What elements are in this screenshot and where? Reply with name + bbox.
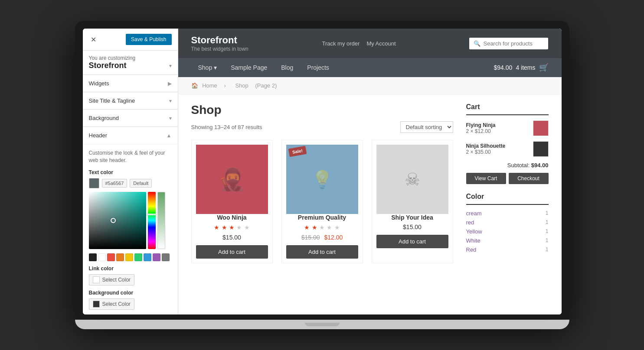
add-to-cart-ship[interactable]: Add to cart bbox=[376, 235, 448, 248]
main-content: Storefront The best widgets in town Trac… bbox=[178, 29, 562, 314]
color-filter-link-cream[interactable]: cream bbox=[466, 210, 482, 217]
color-filter-divider bbox=[466, 204, 549, 205]
laptop-notch bbox=[305, 323, 340, 326]
title-arrow-icon: ▾ bbox=[169, 63, 172, 69]
opacity-slider[interactable] bbox=[157, 192, 165, 249]
link-color-label: Link color bbox=[89, 266, 172, 272]
store-search: 🔍 bbox=[469, 38, 548, 49]
gradient-saturation bbox=[89, 192, 146, 249]
color-filter-link-red[interactable]: red bbox=[466, 219, 474, 226]
widgets-section-header[interactable]: Widgets ▶ bbox=[83, 75, 178, 92]
swatch-black[interactable] bbox=[89, 253, 97, 261]
shop-dropdown-icon: ▾ bbox=[214, 64, 217, 71]
product-price-woo-ninja: $15.00 bbox=[196, 234, 268, 241]
product-card-premium: Sale! 💡 Premium Quality ★ ★ ★ ★ bbox=[281, 140, 363, 263]
nav-link-projects[interactable]: Projects bbox=[300, 58, 336, 77]
store-nav: Shop ▾ Sample Page Blog Projects bbox=[178, 58, 562, 77]
shop-wrapper: Shop Showing 13–24 of 87 results Default… bbox=[178, 94, 562, 272]
cart-actions: View Cart Checkout bbox=[466, 173, 549, 184]
search-input[interactable] bbox=[483, 40, 544, 47]
customizer-header: ✕ Save & Publish bbox=[83, 29, 178, 51]
color-filter-count-Red: 1 bbox=[546, 246, 549, 253]
sort-select[interactable]: Default sorting bbox=[400, 121, 453, 133]
nav-link-sample[interactable]: Sample Page bbox=[224, 58, 274, 77]
header-section-header[interactable]: Header ▲ bbox=[83, 127, 178, 144]
breadcrumb-home[interactable]: 🏠 Home bbox=[191, 82, 220, 89]
product-price-ship: $15.00 bbox=[376, 224, 448, 230]
text-color-value-button[interactable]: #5a6567 bbox=[102, 179, 127, 188]
save-publish-button[interactable]: Save & Publish bbox=[126, 34, 171, 45]
track-order-link[interactable]: Track my order bbox=[322, 40, 360, 47]
cart-item-1: Flying Ninja 2 × $12.00 bbox=[466, 120, 549, 136]
bg-color-section: Background color Select Color bbox=[89, 290, 172, 310]
nav-cart[interactable]: $94.00 4 items 🛒 bbox=[494, 63, 549, 72]
header-arrow-icon: ▲ bbox=[167, 133, 172, 139]
color-filter-count-yellow: 1 bbox=[546, 228, 549, 235]
swatch-white[interactable] bbox=[98, 253, 106, 261]
color-filter-link-yellow[interactable]: Yellow bbox=[466, 228, 482, 235]
link-color-select-button[interactable]: Select Color bbox=[89, 274, 134, 285]
nav-link-shop[interactable]: Shop ▾ bbox=[191, 58, 224, 77]
store-header: Storefront The best widgets in town Trac… bbox=[178, 29, 562, 58]
add-to-cart-woo-ninja[interactable]: Add to cart bbox=[196, 245, 268, 259]
cart-item-2-qty: 2 × $35.00 bbox=[466, 149, 506, 155]
swatch-purple[interactable] bbox=[153, 253, 160, 261]
color-filter-red: red 1 bbox=[466, 219, 549, 226]
header-label: Header bbox=[89, 132, 108, 139]
shop-meta: Showing 13–24 of 87 results Default sort… bbox=[191, 121, 453, 133]
color-filter-count-red: 1 bbox=[546, 219, 549, 226]
cart-total: $94.00 bbox=[494, 64, 513, 71]
product-name-premium: Premium Quality bbox=[286, 214, 358, 221]
subtotal-value: $94.00 bbox=[531, 162, 549, 169]
bg-color-select-button[interactable]: Select Color bbox=[89, 298, 134, 310]
nav-link-blog[interactable]: Blog bbox=[274, 58, 300, 77]
nav-item-projects: Projects bbox=[300, 58, 336, 77]
star-5: ★ bbox=[244, 224, 250, 231]
swatch-green[interactable] bbox=[134, 253, 142, 261]
product-name-ship: Ship Your Idea bbox=[376, 214, 448, 221]
swatch-orange[interactable] bbox=[116, 253, 124, 261]
header-section-content: Customise the look & feel of your web si… bbox=[83, 144, 178, 314]
customizing-label: You are customizing bbox=[89, 55, 172, 61]
color-gradient-picker[interactable] bbox=[89, 192, 146, 249]
header-description: Customise the look & feel of your web si… bbox=[89, 149, 172, 164]
color-filter-link-Red[interactable]: Red bbox=[466, 246, 477, 253]
close-button[interactable]: ✕ bbox=[89, 35, 98, 44]
text-color-default-button[interactable]: Default bbox=[130, 179, 152, 188]
swatch-blue[interactable] bbox=[144, 253, 151, 261]
star-p1: ★ bbox=[304, 224, 310, 231]
widgets-label: Widgets bbox=[89, 80, 109, 87]
color-filter-title: Color bbox=[466, 193, 549, 201]
my-account-link[interactable]: My Account bbox=[366, 40, 396, 47]
link-color-select-label: Select Color bbox=[102, 277, 131, 283]
nav-menu: Shop ▾ Sample Page Blog Projects bbox=[191, 58, 336, 77]
star-3: ★ bbox=[229, 224, 235, 231]
site-title-label: Site Title & Tagline bbox=[89, 97, 135, 104]
products-area: Shop Showing 13–24 of 87 results Default… bbox=[191, 103, 453, 263]
shop-title: Shop bbox=[191, 103, 453, 117]
view-cart-button[interactable]: View Cart bbox=[466, 173, 506, 184]
color-filter-yellow: Yellow 1 bbox=[466, 228, 549, 235]
add-to-cart-premium[interactable]: Add to cart bbox=[286, 245, 358, 259]
cart-item-2-info: Ninja Silhouette 2 × $35.00 bbox=[466, 143, 506, 155]
swatch-gray[interactable] bbox=[162, 253, 170, 261]
cart-item-1-qty: 2 × $12.00 bbox=[466, 128, 496, 134]
swatch-red[interactable] bbox=[107, 253, 115, 261]
swatch-yellow[interactable] bbox=[125, 253, 133, 261]
nav-item-blog: Blog bbox=[274, 58, 300, 77]
site-title-section: Site Title & Tagline ▾ bbox=[83, 92, 178, 110]
cart-item-1-name: Flying Ninja bbox=[466, 122, 496, 128]
star-p4: ★ bbox=[327, 224, 332, 231]
product-name-woo-ninja: Woo Ninja bbox=[196, 214, 268, 221]
color-filter-link-white[interactable]: White bbox=[466, 237, 481, 244]
customizing-name: Storefront bbox=[89, 61, 127, 70]
cart-item-1-info: Flying Ninja 2 × $12.00 bbox=[466, 122, 496, 134]
checkout-button[interactable]: Checkout bbox=[509, 173, 549, 184]
background-section-header[interactable]: Background ▾ bbox=[83, 110, 178, 126]
text-color-swatch[interactable] bbox=[89, 178, 99, 188]
site-title-section-header[interactable]: Site Title & Tagline ▾ bbox=[83, 92, 178, 109]
breadcrumb: 🏠 Home › Shop (Page 2) bbox=[178, 77, 562, 94]
bg-color-swatch bbox=[93, 301, 100, 308]
hue-slider[interactable] bbox=[148, 192, 156, 249]
breadcrumb-separator: › bbox=[224, 82, 226, 89]
